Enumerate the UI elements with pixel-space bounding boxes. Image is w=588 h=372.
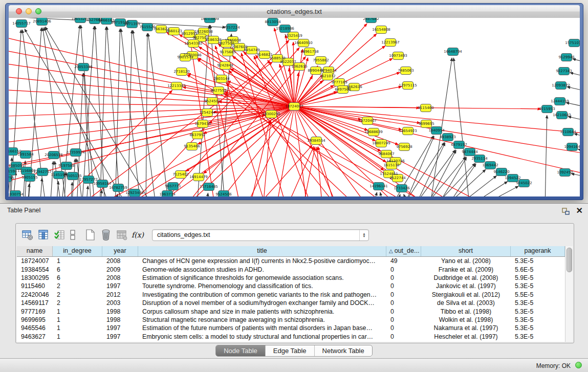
tab-edge-table[interactable]: Edge Table	[265, 345, 314, 356]
table-cell[interactable]: Corpus callosum shape and size in male p…	[138, 308, 386, 315]
table-cell[interactable]: 18300295	[17, 274, 53, 281]
table-cell[interactable]: 5.3E-5	[511, 282, 565, 290]
minimize-window-icon[interactable]	[26, 8, 32, 14]
table-cell[interactable]: 2	[53, 282, 102, 290]
table-cell[interactable]: 0	[386, 274, 421, 281]
table-cell[interactable]: 5.9E-5	[511, 274, 565, 281]
table-cell[interactable]: 1997	[102, 282, 138, 290]
table-cell[interactable]: 6	[53, 266, 102, 273]
table-settings-icon[interactable]	[21, 228, 34, 242]
column-header-title[interactable]: title	[138, 246, 386, 256]
table-cell[interactable]: 5.3E-5	[511, 333, 565, 340]
table-cell[interactable]: 0	[386, 291, 421, 298]
table-cell[interactable]: Jankovic et al. (1997)	[421, 282, 511, 290]
table-cell[interactable]: 2009	[102, 266, 138, 273]
table-cell[interactable]: Wolkin et al. (1998)	[421, 316, 511, 323]
table-cell[interactable]: 0	[386, 299, 421, 307]
vertical-scrollbar[interactable]	[565, 246, 573, 342]
table-cell[interactable]: Embryonic stem cells: a model to study s…	[138, 333, 386, 340]
tab-network-table[interactable]: Network Table	[314, 345, 372, 356]
rows-icon[interactable]	[69, 228, 77, 242]
table-cell[interactable]: 0	[386, 333, 421, 340]
float-window-icon[interactable]	[561, 207, 571, 215]
table-cell[interactable]: 9777169	[17, 308, 53, 315]
table-cell[interactable]: 0	[386, 324, 421, 332]
import-table-icon[interactable]	[53, 228, 66, 242]
table-cell[interactable]: 9463627	[17, 333, 53, 340]
column-header-name[interactable]: name	[17, 246, 53, 256]
table-cell[interactable]: 49	[386, 257, 421, 265]
table-cell[interactable]: 1998	[102, 316, 138, 323]
table-cell[interactable]: 9465546	[17, 324, 53, 332]
table-cell[interactable]: 2008	[102, 274, 138, 281]
table-cell[interactable]: 5.3E-5	[511, 308, 565, 315]
table-cell[interactable]: de Silva et al. (2003)	[421, 299, 511, 307]
table-cell[interactable]: 22420046	[17, 291, 53, 298]
table-cell[interactable]: Hescheler et al. (1997)	[421, 333, 511, 340]
network-view-window[interactable]: citations_edges.txt 18724007183002951938…	[5, 3, 583, 200]
table-cell[interactable]: 5.3E-5	[511, 316, 565, 323]
delete-column-icon[interactable]	[99, 228, 113, 242]
table-selector-dropdown[interactable]: citations_edges.txt ▲▼	[152, 229, 369, 241]
table-cell[interactable]: Tibbo et al. (1998)	[421, 308, 511, 315]
table-cell[interactable]: 5.3E-5	[511, 324, 565, 332]
column-header-pagerank[interactable]: pagerank	[511, 246, 565, 256]
table-cell[interactable]: Nakamura et al. (1997)	[421, 324, 511, 332]
table-cell[interactable]: 0	[386, 266, 421, 273]
column-header-year[interactable]: year	[102, 246, 138, 256]
table-cell[interactable]: Estimation of significance thresholds fo…	[138, 274, 386, 281]
table-cell[interactable]: 2008	[102, 257, 138, 265]
zoom-window-icon[interactable]	[35, 8, 41, 14]
table-cell[interactable]: Stergiakouli et al. (2012)	[421, 291, 511, 298]
tab-node-table[interactable]: Node Table	[216, 345, 265, 356]
close-icon[interactable]: ✕	[576, 206, 583, 215]
table-cell[interactable]: 1	[53, 257, 102, 265]
table-cell[interactable]: 0	[386, 316, 421, 323]
table-cell[interactable]: 14569117	[17, 299, 53, 307]
table-cell[interactable]: 1	[53, 316, 102, 323]
table-cell[interactable]: 1998	[102, 308, 138, 315]
table-cell[interactable]: Investigating the contribution of common…	[138, 291, 386, 298]
table-cell[interactable]: 1997	[102, 324, 138, 332]
table-cell[interactable]: Structural magnetic resonance image aver…	[138, 316, 386, 323]
table-cell[interactable]: 18724007	[17, 257, 53, 265]
table-cell[interactable]: Genome-wide association studies in ADHD.	[138, 266, 386, 273]
table-cell[interactable]: 1997	[102, 333, 138, 340]
table-cell[interactable]: Tourette syndrome. Phenomenology and cla…	[138, 282, 386, 290]
table-cell[interactable]: Disruption of a novel member of a sodium…	[138, 299, 386, 307]
column-header-in_degree[interactable]: in_degree	[53, 246, 102, 256]
column-header-short[interactable]: short	[421, 246, 511, 256]
table-cell[interactable]: 6	[53, 274, 102, 281]
table-cell[interactable]: 5.5E-5	[511, 291, 565, 298]
table-cell[interactable]: 1	[53, 324, 102, 332]
table-cell[interactable]: Yano et al. (2008)	[421, 257, 511, 265]
table-cell[interactable]: Dudbridge et al. (2008)	[421, 274, 511, 281]
table-cell[interactable]: Franke et al. (2009)	[421, 266, 511, 273]
new-column-icon[interactable]	[83, 228, 97, 242]
table-cell[interactable]: 1	[53, 308, 102, 315]
table-cell[interactable]: 9699695	[17, 316, 53, 323]
scrollbar-thumb[interactable]	[567, 248, 572, 272]
table-cell[interactable]: 5.3E-5	[511, 257, 565, 265]
function-builder-icon[interactable]: f(x)	[131, 228, 144, 242]
show-column-icon[interactable]	[37, 228, 50, 242]
table-cell[interactable]: 5.3E-5	[511, 299, 565, 307]
window-titlebar[interactable]: citations_edges.txt	[9, 5, 580, 18]
node-label: 1621072	[319, 74, 335, 78]
table-cell[interactable]: 2	[53, 291, 102, 298]
table-cell[interactable]: 0	[386, 282, 421, 290]
table-cell[interactable]: 5.6E-5	[511, 266, 565, 273]
table-cell[interactable]: Estimation of the future numbers of pati…	[138, 324, 386, 332]
table-cell[interactable]: 0	[386, 308, 421, 315]
network-canvas[interactable]: 1872400718300295193845548660123891295518…	[9, 18, 580, 196]
table-cell[interactable]: 19384554	[17, 266, 53, 273]
close-window-icon[interactable]	[16, 8, 22, 14]
table-cell[interactable]: 2	[53, 299, 102, 307]
column-header-out_de[interactable]: △out_de...	[386, 246, 421, 256]
table-cell[interactable]: 9115460	[17, 282, 53, 290]
table-cell[interactable]: 2012	[102, 291, 138, 298]
network-edge	[380, 192, 384, 196]
table-cell[interactable]: 2003	[102, 299, 138, 307]
table-cell[interactable]: Changes of HCN gene expression and I(f) …	[138, 257, 386, 265]
table-cell[interactable]: 1	[53, 333, 102, 340]
